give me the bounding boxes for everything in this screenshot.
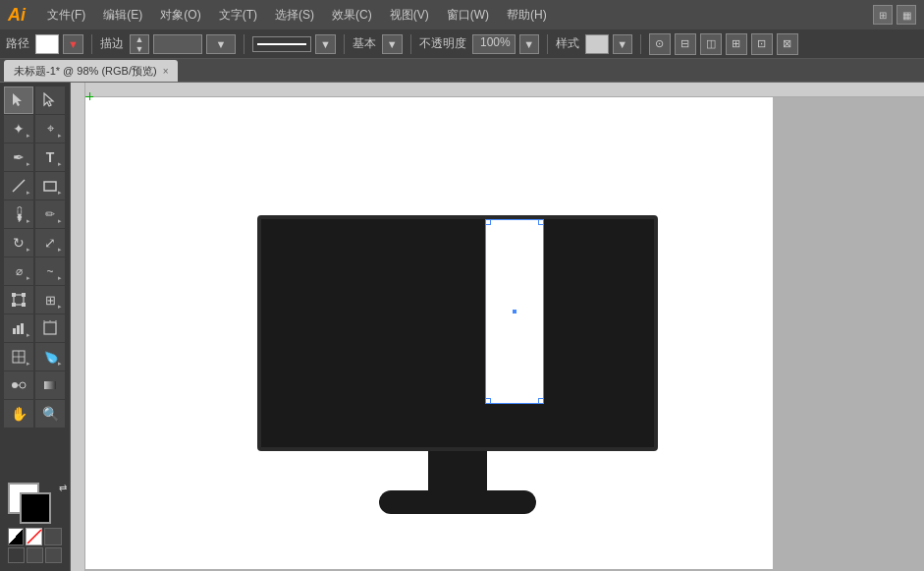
menu-bar: 文件(F) 编辑(E) 对象(O) 文字(T) 选择(S) 效果(C) 视图(V… [39,4,863,27]
align-btn[interactable]: ⊞ [726,33,747,55]
text-tool[interactable]: T ▸ [35,143,65,171]
magic-wand-tool[interactable]: ✦ ▸ [4,115,33,143]
menu-text[interactable]: 文字(T) [211,4,265,27]
tool-row-2: ✦ ▸ ⌖ ▸ [4,115,66,143]
rotate-tool[interactable]: ↻ ▸ [4,229,33,257]
horizontal-ruler [71,83,924,97]
hand-tool[interactable]: ✋ [4,400,33,428]
divider-4 [410,34,411,54]
fullscreen-mode-icon[interactable] [45,547,62,563]
svg-rect-5 [12,293,16,297]
color-override-row [8,528,62,545]
column-graph-tool[interactable]: ▸ [4,314,33,342]
stroke-spinner-up[interactable]: ▲▼ [130,34,149,54]
base-label: 基本 [353,35,376,52]
normal-mode-icon[interactable] [8,547,25,563]
select-tool[interactable] [4,86,33,114]
color-mode-icon[interactable] [44,528,62,545]
canvas-area[interactable] [71,83,924,571]
stroke-style-preview[interactable] [252,36,311,52]
scale-tool[interactable]: ⤢ ▸ [35,229,65,257]
stroke-value-input[interactable] [153,34,202,54]
tool-row-10: ▸ 💧 ▸ [4,343,66,371]
selected-rectangle[interactable] [485,219,544,404]
pen-tool[interactable]: ✒ ▸ [4,143,33,171]
zoom-tool[interactable]: 🔍 [35,400,65,428]
divider-5 [547,34,548,54]
svg-point-20 [20,382,26,388]
blend-tool[interactable] [4,371,33,399]
menu-object[interactable]: 对象(O) [152,4,208,27]
artboard-tool[interactable] [35,314,65,342]
divider-3 [344,34,345,54]
swap-colors-icon[interactable]: ⇄ [59,483,67,493]
stroke-style-options[interactable]: ▼ [315,34,336,54]
svg-rect-22 [44,381,56,389]
handle-top-right[interactable] [538,219,544,225]
app-logo: Ai [8,5,26,26]
gradient-tool[interactable] [35,371,65,399]
base-options[interactable]: ▼ [382,34,403,54]
menu-edit[interactable]: 编辑(E) [95,4,150,27]
selection-center-point [513,310,516,314]
warp-tool[interactable]: ~ ▸ [35,257,65,285]
slice-tool[interactable]: ▸ [4,343,33,371]
pencil-tool[interactable]: ✏ ▸ [35,200,65,228]
menu-file[interactable]: 文件(F) [39,4,93,27]
style-swatch[interactable] [585,34,609,54]
tab-close-button[interactable]: × [163,66,169,77]
lasso-tool[interactable]: ⌖ ▸ [35,115,65,143]
menu-window[interactable]: 窗口(W) [439,4,497,27]
default-colors-icon[interactable] [8,528,24,545]
menu-help[interactable]: 帮助(H) [499,4,555,27]
stroke-color-box[interactable] [20,492,51,524]
tool-row-4: ▸ ▸ [4,172,66,200]
direct-select-tool[interactable] [35,86,65,114]
menu-effect[interactable]: 效果(C) [324,4,380,27]
pathfinder-btn[interactable]: ⊠ [777,33,798,55]
menu-view[interactable]: 视图(V) [382,4,437,27]
style-options[interactable]: ▼ [613,34,632,54]
menu-select[interactable]: 选择(S) [267,4,322,27]
document-tab[interactable]: 未标题-1* @ 98% (RGB/预览) × [4,60,178,82]
tab-label: 未标题-1* @ 98% (RGB/预览) [14,64,157,79]
svg-point-19 [12,382,18,388]
transform-btn[interactable]: ⊡ [751,33,773,55]
eyedropper-tool[interactable]: 💧 ▸ [35,343,65,371]
tool-row-8: ⊞ ▸ [4,286,66,314]
recolor-btn[interactable]: ⊟ [675,33,696,55]
stroke-unit-select[interactable]: ▼ [206,34,236,54]
fill-options[interactable]: ▼ [63,34,83,54]
title-right-buttons: ⊞ ▦ [873,5,916,25]
rect-tool[interactable]: ▸ [35,172,65,200]
opacity-effect-btn[interactable]: ⊙ [649,33,671,55]
paintbrush-tool[interactable]: 🖌 ▸ [4,200,33,228]
opacity-input[interactable]: 100% [472,34,516,54]
arrange-button[interactable]: ⊞ [873,5,893,25]
tool-row-9: ▸ [4,314,66,342]
svg-rect-6 [22,293,26,297]
fill-color-swatch[interactable] [35,34,59,54]
tab-bar: 未标题-1* @ 98% (RGB/预览) × [0,59,924,83]
line-tool[interactable]: ▸ [4,172,33,200]
none-color-icon[interactable] [26,528,43,545]
svg-rect-10 [17,325,20,334]
opacity-options[interactable]: ▼ [519,34,539,54]
handle-bottom-left[interactable] [485,398,491,404]
svg-rect-9 [13,328,16,334]
artboard-page [85,97,773,569]
color-section: ⇄ [4,479,66,567]
free-transform-tool[interactable] [4,286,33,314]
grid-button[interactable]: ▦ [897,5,916,25]
svg-rect-3 [44,182,56,191]
mode-row [8,547,62,563]
divider-2 [244,34,245,54]
svg-marker-1 [44,93,53,106]
preview-mode-icon[interactable] [27,547,43,563]
tool-row-12: ✋ 🔍 [4,400,66,428]
env-btn[interactable]: ◫ [700,33,722,55]
handle-bottom-right[interactable] [538,398,544,404]
symbol-sprayer-tool[interactable]: ⊞ ▸ [35,286,65,314]
reshape-tool[interactable]: ⌀ ▸ [4,257,33,285]
handle-top-left[interactable] [485,219,491,225]
